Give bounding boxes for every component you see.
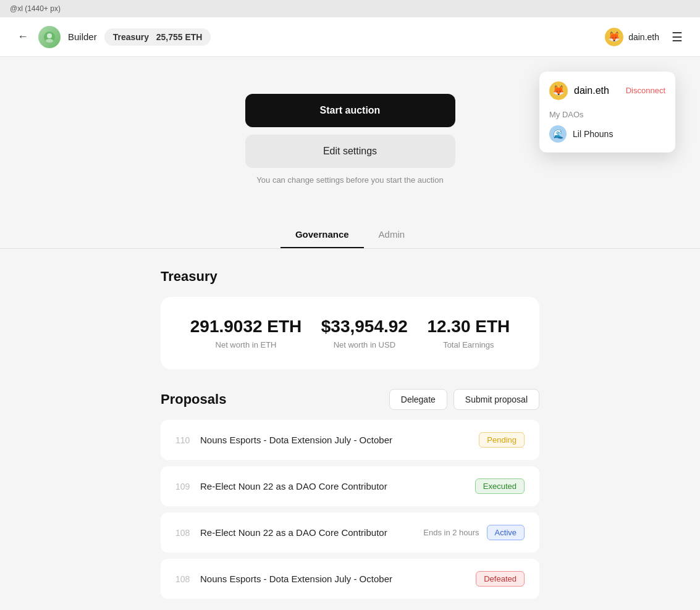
dev-bar-label: @xl (1440+ px) [10, 4, 61, 13]
user-avatar: 🦊 [605, 28, 623, 46]
svg-point-1 [47, 33, 52, 38]
hamburger-button[interactable]: ☰ [669, 27, 685, 47]
my-daos-label: My DAOs [549, 110, 665, 119]
proposal-title: Re-Elect Noun 22 as a DAO Core Contribut… [200, 527, 423, 538]
status-badge: Defeated [476, 571, 525, 587]
user-button[interactable]: 🦊 dain.eth [605, 28, 659, 46]
treasury-stat-usd-label: Net worth in USD [321, 340, 408, 349]
dao-name: Lil Phouns [573, 129, 613, 139]
dev-bar: @xl (1440+ px) [0, 0, 700, 17]
treasury-stat-earnings: 12.30 ETH Total Earnings [427, 317, 510, 349]
tabs-container: Governance Admin [0, 222, 700, 249]
dao-item[interactable]: 🌊 Lil Phouns [549, 125, 665, 143]
proposal-item[interactable]: 109 Re-Elect Noun 22 as a DAO Core Contr… [161, 466, 539, 506]
treasury-badge-label: Treasury [113, 32, 149, 42]
topbar: ← Builder Treasury 25,755 ETH 🦊 dain.eth… [0, 17, 700, 57]
status-badge: Executed [475, 478, 525, 494]
treasury-section-title: Treasury [161, 269, 539, 285]
treasury-stat-earnings-value: 12.30 ETH [427, 317, 510, 336]
proposal-title: Re-Elect Noun 22 as a DAO Core Contribut… [200, 481, 475, 491]
treasury-badge-amount: 25,755 ETH [156, 32, 203, 42]
topbar-right: 🦊 dain.eth ☰ 🦊 dain.eth Disconnect My DA… [605, 27, 685, 47]
proposal-number: 108 [175, 528, 200, 538]
proposal-meta: Ends in 2 hours [423, 528, 479, 537]
treasury-stat-usd: $33,954.92 Net worth in USD [321, 317, 408, 349]
treasury-stat-eth: 291.9032 ETH Net worth in ETH [190, 317, 302, 349]
proposal-number: 109 [175, 482, 200, 491]
treasury-badge: Treasury 25,755 ETH [104, 28, 211, 46]
dropdown-user-name: dain.eth [574, 85, 609, 96]
proposals-list: 110 Nouns Esports - Dota Extension July … [161, 420, 539, 599]
main-content: Treasury 291.9032 ETH Net worth in ETH $… [0, 249, 700, 610]
start-auction-button[interactable]: Start auction [245, 94, 455, 127]
disconnect-button[interactable]: Disconnect [626, 86, 665, 95]
topbar-left: ← Builder Treasury 25,755 ETH [15, 26, 211, 48]
proposal-title: Nouns Esports - Dota Extension July - Oc… [200, 435, 479, 445]
svg-point-2 [46, 39, 53, 43]
status-badge: Active [487, 525, 525, 540]
dropdown-avatar: 🦊 [549, 81, 568, 100]
tab-admin[interactable]: Admin [364, 222, 420, 248]
app-avatar [38, 26, 61, 48]
status-badge: Pending [479, 432, 525, 448]
dropdown-menu: 🦊 dain.eth Disconnect My DAOs 🌊 Lil Phou… [539, 72, 675, 152]
dropdown-user-info: 🦊 dain.eth [549, 81, 609, 100]
dropdown-user-row: 🦊 dain.eth Disconnect [549, 81, 665, 100]
proposal-item[interactable]: 108 Nouns Esports - Dota Extension July … [161, 559, 539, 599]
submit-proposal-button[interactable]: Submit proposal [453, 389, 539, 410]
treasury-stat-earnings-label: Total Earnings [427, 340, 510, 349]
treasury-card: 291.9032 ETH Net worth in ETH $33,954.92… [161, 297, 539, 369]
edit-settings-button[interactable]: Edit settings [245, 135, 455, 168]
proposals-section-title: Proposals [161, 391, 226, 407]
delegate-button[interactable]: Delegate [389, 389, 447, 410]
user-name: dain.eth [628, 32, 659, 42]
proposal-item[interactable]: 108 Re-Elect Noun 22 as a DAO Core Contr… [161, 512, 539, 553]
dao-avatar: 🌊 [549, 125, 567, 143]
back-button[interactable]: ← [15, 28, 31, 46]
tab-governance[interactable]: Governance [280, 222, 364, 248]
treasury-stat-usd-value: $33,954.92 [321, 317, 408, 336]
proposals-header: Proposals Delegate Submit proposal [161, 389, 539, 410]
proposal-item[interactable]: 110 Nouns Esports - Dota Extension July … [161, 420, 539, 460]
app-name: Builder [68, 31, 97, 42]
settings-hint: You can change settings before you start… [256, 175, 443, 185]
treasury-stat-eth-label: Net worth in ETH [190, 340, 302, 349]
treasury-stat-eth-value: 291.9032 ETH [190, 317, 302, 336]
proposal-number: 108 [175, 574, 200, 584]
proposal-title: Nouns Esports - Dota Extension July - Oc… [200, 574, 476, 584]
proposals-actions: Delegate Submit proposal [389, 389, 539, 410]
proposal-number: 110 [175, 435, 200, 445]
